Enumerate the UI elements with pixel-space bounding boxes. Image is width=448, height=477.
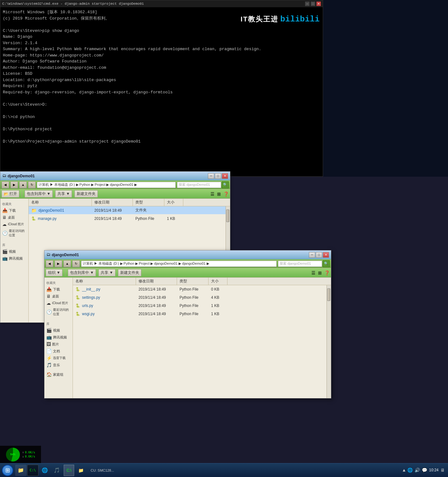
explorer2-view-list-button[interactable]: ☰ [311, 270, 315, 275]
explorer2-sidebar-item-icloud[interactable]: ☁ iCloud 照片 [46, 300, 71, 307]
explorer1-view-grid-button[interactable]: ⊞ [217, 191, 221, 197]
explorer1-forward-button[interactable]: ▶ [10, 181, 18, 188]
explorer2-col-size[interactable]: 大小 [209, 278, 227, 285]
explorer2-forward-button[interactable]: ▶ [55, 260, 62, 267]
explorer1-col-date[interactable]: 修改日期 [92, 199, 133, 206]
explorer2-address-bar: ◀ ▶ ▲ ↻ 计算机 ▶ 本地磁盘 (D:) ▶ Python ▶ Proje… [44, 259, 331, 268]
cmd-restore-button[interactable]: □ [311, 2, 315, 6]
tray-desktop-icon[interactable]: 🖥 [440, 468, 445, 473]
explorer2-sidebar-item-video[interactable]: 🎬 视频 [46, 327, 71, 334]
taskbar: ⊞ 📁 C:\ 🌐 🎵 C:\ 📁 CU: SMC128... ▲ 🌐 🔊 💬 … [0, 463, 448, 477]
clock-time: 10:24 [429, 468, 439, 473]
explorer1-col-size[interactable]: 大小 [164, 199, 183, 206]
explorer1-refresh-button[interactable]: ↻ [28, 181, 36, 188]
file-type-cell: Python File [177, 302, 209, 309]
network-monitor: 54% ↑ 0.6K/s ↓ 0.6K/s [0, 446, 41, 463]
explorer2-sidebar-item-download[interactable]: 📥 下载 [46, 286, 71, 293]
explorer2-sidebar-item-thunder[interactable]: ⚡ 迅雷下载 [46, 355, 71, 362]
explorer2-sidebar-item-pictures[interactable]: 🖼 图片 [46, 341, 71, 348]
taskbar-icon-ie[interactable]: 🌐 [39, 465, 50, 476]
explorer1-include-library-button[interactable]: 包含到库中 ▼ [25, 190, 53, 197]
explorer1-search-button[interactable]: 🔍 [222, 181, 229, 188]
explorer1-share-button[interactable]: 共享 ▼ [55, 190, 72, 197]
explorer1-col-name[interactable]: 名称 [29, 199, 92, 206]
start-button[interactable]: ⊞ [2, 465, 13, 476]
table-row[interactable]: 🐍 manage.py 2019/11/4 18:49 Python File … [29, 215, 226, 223]
explorer1-address-bar: ◀ ▶ ▲ ↻ 计算机 ▶ 本地磁盘 (D:) ▶ Python ▶ Proje… [0, 180, 230, 189]
explorer1-minimize-button[interactable]: ─ [208, 173, 214, 179]
explorer1-close-button[interactable]: ✕ [222, 173, 228, 179]
cmd-line-12: Location: d:\python\programs\lib\site-pa… [3, 77, 320, 83]
explorer2-organize-button[interactable]: 组织 ▼ [46, 269, 62, 276]
explorer1-help-button[interactable]: ❓ [223, 191, 229, 197]
explorer2-view-grid-button[interactable]: ⊞ [318, 270, 322, 275]
explorer2-sidebar-item-tencent[interactable]: 📺 腾讯视频 [46, 334, 71, 341]
explorer2-close-button[interactable]: ✕ [323, 252, 329, 258]
explorer2-col-type[interactable]: 类型 [177, 278, 209, 285]
tray-expand-icon[interactable]: ▲ [403, 468, 405, 473]
tray-network-icon[interactable]: 🌐 [407, 468, 413, 473]
explorer1-sidebar-item-download[interactable]: 📥 下载 [2, 207, 27, 214]
explorer2-refresh-button[interactable]: ↻ [72, 260, 80, 267]
tray-chat-icon[interactable]: 💬 [422, 468, 427, 473]
explorer1-path[interactable]: 计算机 ▶ 本地磁盘 (D:) ▶ Python ▶ Project ▶ dja… [37, 182, 176, 188]
explorer2-help-button[interactable]: ❓ [324, 270, 330, 275]
explorer2-new-folder-button[interactable]: 新建文件夹 [118, 269, 141, 276]
table-row[interactable]: 📁 djangoDemo01 2019/11/4 18:49 文件夹 [29, 206, 226, 215]
explorer1-sidebar-item-video[interactable]: 🎬 视频 [2, 248, 27, 255]
explorer2-col-name[interactable]: 名称 [73, 278, 136, 285]
explorer2-sidebar-item-docs[interactable]: 📄 文档 [46, 348, 71, 355]
table-row[interactable]: 🐍 settings.py 2019/11/4 18:49 Python Fil… [73, 293, 327, 302]
explorer2-sidebar-item-desktop[interactable]: 🖥 桌面 [46, 293, 71, 300]
explorer2-titlebar: 🗂 djangoDemo01 ─ □ ✕ [44, 250, 331, 259]
explorer2-restore-button[interactable]: □ [316, 252, 322, 258]
explorer2-include-library-button[interactable]: 包含到库中 ▼ [68, 269, 96, 276]
table-row[interactable]: 🐍 urls.py 2019/11/4 18:49 Python File 1 … [73, 302, 327, 310]
explorer2-scrollbar[interactable] [327, 285, 331, 398]
cmd-line-6: Version: 2.1.4 [3, 40, 320, 46]
taskbar-icon-folder[interactable]: 📁 [15, 465, 27, 476]
explorer1-view-list-button[interactable]: ☰ [210, 191, 215, 197]
explorer1-restore-button[interactable]: □ [215, 173, 221, 179]
file-type-cell: Python File [177, 293, 209, 301]
explorer1-sidebar-item-tencent[interactable]: 📺 腾讯视频 [2, 255, 27, 262]
explorer1-sidebar-item-recent[interactable]: 🕐 最近访问的位置 [2, 228, 27, 238]
tray-volume-icon[interactable]: 🔊 [415, 468, 420, 473]
taskbar-item-smc[interactable]: CU: SMC128... [88, 465, 117, 476]
desktop-icon: 🖥 [2, 215, 7, 220]
taskbar-item-cmd[interactable]: C:\ [64, 465, 74, 476]
taskbar-icon-music[interactable]: 🎵 [51, 465, 62, 476]
explorer1-open-button[interactable]: 📂 打开 [2, 190, 19, 197]
explorer1-sidebar-item-icloud[interactable]: ☁ iCloud 照片 [2, 221, 27, 228]
taskbar-icon-cmd[interactable]: C:\ [27, 465, 38, 476]
explorer1-back-button[interactable]: ◀ [2, 181, 9, 188]
file-name-text: __init__.py [82, 287, 100, 292]
file-date-cell: 2019/11/4 18:49 [136, 302, 177, 309]
explorer2-share-button[interactable]: 共享 ▼ [98, 269, 115, 276]
explorer2-col-date[interactable]: 修改日期 [136, 278, 177, 285]
cpu-percent: 54% [10, 453, 15, 456]
explorer2-sidebar-item-homegroup[interactable]: 🏠 家庭组 [46, 371, 71, 378]
explorer2-up-button[interactable]: ▲ [63, 260, 71, 267]
table-row[interactable]: 🐍 wsgi.py 2019/11/4 18:49 Python File 1 … [73, 310, 327, 318]
explorer2-search-button[interactable]: 🔍 [323, 260, 330, 267]
explorer2-minimize-button[interactable]: ─ [309, 252, 315, 258]
cmd-minimize-button[interactable]: ─ [305, 2, 309, 6]
taskbar-clock[interactable]: 10:24 [429, 468, 439, 473]
explorer1-col-type[interactable]: 类型 [133, 199, 164, 206]
explorer1-toolbar: 📂 打开 包含到库中 ▼ 共享 ▼ 新建文件夹 ☰ ⊞ ❓ [0, 189, 230, 199]
explorer2-sidebar-item-music[interactable]: 🎵 音乐 [46, 362, 71, 368]
cmd-close-button[interactable]: ✕ [316, 2, 321, 6]
explorer2-back-button[interactable]: ◀ [46, 260, 53, 267]
explorer1-up-button[interactable]: ▲ [19, 181, 27, 188]
file-name-cell: 📁 djangoDemo01 [29, 206, 92, 214]
explorer2-sidebar-item-recent[interactable]: 🕐 最近访问的位置 [46, 307, 71, 317]
explorer2-path[interactable]: 计算机 ▶ 本地磁盘 (D:) ▶ Python ▶ Project ▶ dja… [81, 261, 277, 267]
explorer1-sidebar-item-desktop[interactable]: 🖥 桌面 [2, 214, 27, 221]
explorer2-search-box[interactable]: 搜索 djangoDemo01 [278, 261, 322, 267]
explorer1-new-folder-button[interactable]: 新建文件夹 [74, 190, 98, 197]
taskbar-item-explorer[interactable]: 📁 [75, 465, 86, 476]
download2-icon: 📥 [46, 287, 52, 292]
explorer1-search-box[interactable]: 搜索 djangoDemo01 [177, 182, 221, 188]
table-row[interactable]: 🐍 __init__.py 2019/11/4 18:49 Python Fil… [73, 285, 327, 293]
